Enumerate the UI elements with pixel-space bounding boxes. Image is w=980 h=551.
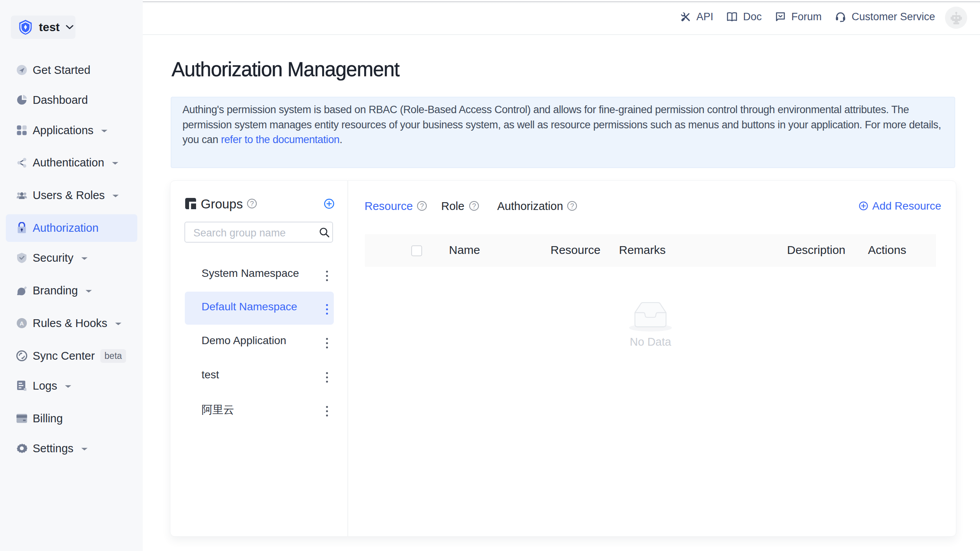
svg-text:A: A bbox=[20, 320, 24, 327]
